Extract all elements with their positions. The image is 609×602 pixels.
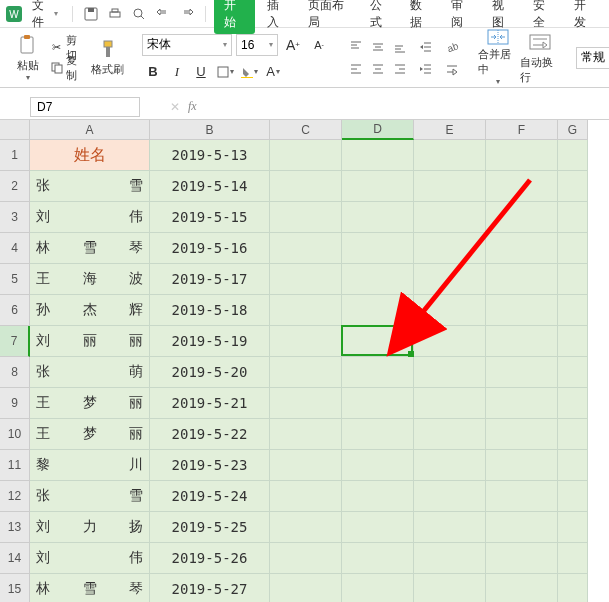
row-header-1[interactable]: 1: [0, 140, 30, 171]
italic-button[interactable]: I: [166, 62, 188, 82]
decrease-font-icon[interactable]: A-: [308, 35, 330, 55]
cell-A8[interactable]: 张萌: [30, 357, 150, 388]
menu-file[interactable]: 文件 ▾: [26, 0, 64, 33]
row-header-5[interactable]: 5: [0, 264, 30, 295]
copy-button[interactable]: 复制: [48, 59, 87, 77]
cell-G15[interactable]: [558, 574, 588, 602]
cell-G14[interactable]: [558, 543, 588, 574]
cell-B2[interactable]: 2019-5-14: [150, 171, 270, 202]
cell-C9[interactable]: [270, 388, 342, 419]
cell-B11[interactable]: 2019-5-23: [150, 450, 270, 481]
cell-D7[interactable]: [342, 326, 414, 357]
tab-formula[interactable]: 公式: [362, 0, 399, 34]
wrap-button[interactable]: 自动换行: [520, 31, 560, 85]
cell-E9[interactable]: [414, 388, 486, 419]
spreadsheet-grid[interactable]: ABCDEFG 123456789101112131415 姓名2019-5-1…: [0, 120, 609, 602]
tab-data[interactable]: 数据: [402, 0, 439, 34]
cell-F14[interactable]: [486, 543, 558, 574]
cell-F11[interactable]: [486, 450, 558, 481]
cell-C8[interactable]: [270, 357, 342, 388]
row-header-11[interactable]: 11: [0, 450, 30, 481]
cell-D9[interactable]: [342, 388, 414, 419]
preview-icon[interactable]: [132, 6, 146, 22]
border-button[interactable]: [214, 62, 236, 82]
font-size-select[interactable]: 16▾: [236, 34, 278, 56]
cell-C10[interactable]: [270, 419, 342, 450]
cell-G8[interactable]: [558, 357, 588, 388]
col-header-F[interactable]: F: [486, 120, 558, 140]
cell-E7[interactable]: [414, 326, 486, 357]
cell-F6[interactable]: [486, 295, 558, 326]
cell-E1[interactable]: [414, 140, 486, 171]
row-header-8[interactable]: 8: [0, 357, 30, 388]
cell-B12[interactable]: 2019-5-24: [150, 481, 270, 512]
cell-F9[interactable]: [486, 388, 558, 419]
align-top-icon[interactable]: [346, 37, 366, 57]
align-left-icon[interactable]: [346, 59, 366, 79]
cell-E12[interactable]: [414, 481, 486, 512]
cell-F5[interactable]: [486, 264, 558, 295]
cell-G13[interactable]: [558, 512, 588, 543]
redo-icon[interactable]: [180, 6, 194, 22]
cell-C1[interactable]: [270, 140, 342, 171]
cell-F1[interactable]: [486, 140, 558, 171]
cell-B1[interactable]: 2019-5-13: [150, 140, 270, 171]
cell-B4[interactable]: 2019-5-16: [150, 233, 270, 264]
cell-F12[interactable]: [486, 481, 558, 512]
col-header-C[interactable]: C: [270, 120, 342, 140]
align-right-icon[interactable]: [390, 59, 410, 79]
cell-A11[interactable]: 黎川: [30, 450, 150, 481]
cell-A15[interactable]: 林雪琴: [30, 574, 150, 602]
row-header-2[interactable]: 2: [0, 171, 30, 202]
cell-D15[interactable]: [342, 574, 414, 602]
cell-B7[interactable]: 2019-5-19: [150, 326, 270, 357]
cell-E15[interactable]: [414, 574, 486, 602]
cell-B15[interactable]: 2019-5-27: [150, 574, 270, 602]
cell-D11[interactable]: [342, 450, 414, 481]
cell-B14[interactable]: 2019-5-26: [150, 543, 270, 574]
col-header-B[interactable]: B: [150, 120, 270, 140]
cell-F10[interactable]: [486, 419, 558, 450]
underline-button[interactable]: U: [190, 62, 212, 82]
cell-E5[interactable]: [414, 264, 486, 295]
cell-E3[interactable]: [414, 202, 486, 233]
col-header-E[interactable]: E: [414, 120, 486, 140]
cell-D12[interactable]: [342, 481, 414, 512]
cell-D5[interactable]: [342, 264, 414, 295]
row-header-12[interactable]: 12: [0, 481, 30, 512]
cell-E8[interactable]: [414, 357, 486, 388]
fx-icon[interactable]: fx: [188, 99, 197, 114]
cell-A1[interactable]: 姓名: [30, 140, 150, 171]
paste-button[interactable]: 粘贴▾: [10, 31, 46, 85]
cell-F8[interactable]: [486, 357, 558, 388]
cell-G5[interactable]: [558, 264, 588, 295]
cell-A4[interactable]: 林雪琴: [30, 233, 150, 264]
increase-font-icon[interactable]: A+: [282, 35, 304, 55]
cell-B5[interactable]: 2019-5-17: [150, 264, 270, 295]
bold-button[interactable]: B: [142, 62, 164, 82]
cell-G11[interactable]: [558, 450, 588, 481]
cell-C6[interactable]: [270, 295, 342, 326]
cell-A3[interactable]: 刘伟: [30, 202, 150, 233]
cell-A2[interactable]: 张雪: [30, 171, 150, 202]
cell-B6[interactable]: 2019-5-18: [150, 295, 270, 326]
tab-review[interactable]: 审阅: [443, 0, 480, 34]
row-header-9[interactable]: 9: [0, 388, 30, 419]
formatpainter-button[interactable]: 格式刷: [90, 31, 126, 85]
fillcolor-button[interactable]: [238, 62, 260, 82]
cell-C15[interactable]: [270, 574, 342, 602]
wrap-small-icon[interactable]: [442, 59, 462, 79]
cell-E11[interactable]: [414, 450, 486, 481]
cell-A5[interactable]: 王海波: [30, 264, 150, 295]
cell-F13[interactable]: [486, 512, 558, 543]
cell-D6[interactable]: 2: [342, 295, 414, 326]
cell-D8[interactable]: [342, 357, 414, 388]
cell-G9[interactable]: [558, 388, 588, 419]
cell-C14[interactable]: [270, 543, 342, 574]
cell-C4[interactable]: [270, 233, 342, 264]
col-header-A[interactable]: A: [30, 120, 150, 140]
merge-button[interactable]: 合并居中▾: [478, 31, 518, 85]
font-name-select[interactable]: 宋体▾: [142, 34, 232, 56]
cell-D14[interactable]: [342, 543, 414, 574]
cell-C2[interactable]: [270, 171, 342, 202]
